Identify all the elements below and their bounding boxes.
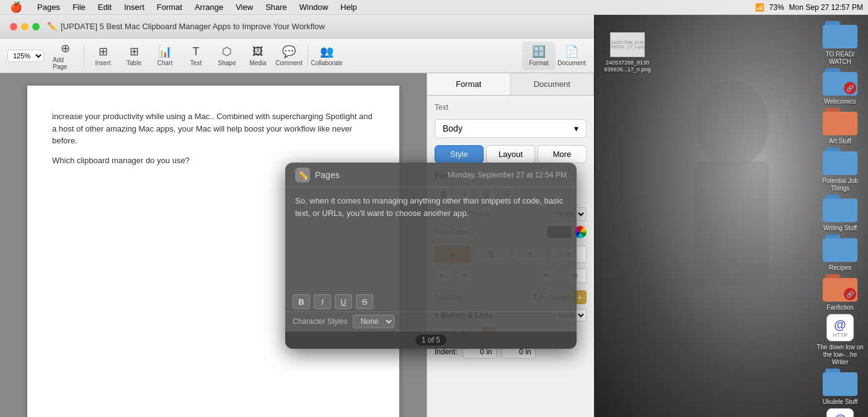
popup-app-icon: ✏️ [295, 168, 310, 182]
folder-badge: 🔗 [844, 82, 856, 94]
fanfiction-label: Fanfiction [826, 304, 853, 312]
desktop-icon-fanfiction[interactable]: 🔗 Fanfiction [815, 274, 865, 312]
collaborate-button[interactable]: 👥 Collaborate [312, 42, 342, 70]
battery-level: 73% [769, 3, 784, 12]
comment-button[interactable]: 💬 Comment [274, 42, 304, 70]
menubar-right: 📶 73% Mon Sep 27 12:57 PM [755, 3, 863, 12]
popup-underline-button[interactable]: U [335, 294, 352, 309]
popup-char-styles-select[interactable]: None [353, 315, 394, 328]
menu-view[interactable]: View [231, 1, 258, 13]
folder-icon-fanfiction: 🔗 [823, 274, 857, 302]
window-title: ✏️ [UPDATE] 5 Best Mac Clipboard Manager… [47, 22, 325, 31]
datetime: Mon Sep 27 12:57 PM [789, 3, 863, 12]
apple-menu[interactable]: 🍎 [5, 0, 27, 14]
svg-point-1 [694, 81, 769, 168]
folder-icon-recipes [823, 235, 857, 262]
popup-app-name: Pages [315, 170, 340, 180]
pages-popup: ✏️ Pages Monday, September 27 at 12:54 P… [285, 163, 577, 349]
menu-share[interactable]: Share [260, 1, 292, 13]
menu-insert[interactable]: Insert [119, 1, 149, 13]
menu-help[interactable]: Help [335, 1, 362, 13]
tab-document[interactable]: Document [511, 73, 595, 95]
desktop-icon-ukulele-stuff[interactable]: Ukulele Stuff [815, 369, 865, 406]
add-page-button[interactable]: ⊕ Add Page [50, 42, 80, 70]
text-button[interactable]: T Text [181, 42, 211, 70]
folder-icon-potential-job-things [823, 148, 857, 175]
document-panel-button[interactable]: 📄 Document [557, 42, 587, 70]
style-dropdown[interactable]: Body ▾ [435, 119, 587, 138]
close-button[interactable] [10, 23, 17, 30]
shape-button[interactable]: ⬡ Shape [212, 42, 242, 70]
menu-pages[interactable]: Pages [32, 1, 65, 13]
folder-badge: 🔗 [844, 288, 856, 300]
art-stuff-label: Art Stuff [829, 138, 851, 145]
chart-button[interactable]: 📊 Chart [150, 42, 180, 70]
menu-edit[interactable]: Edit [93, 1, 117, 13]
down-low-writer-label: The down low on the low-...he Writer [817, 344, 864, 366]
desktop-icon-writing-stuff[interactable]: Writing Stuff [815, 195, 865, 232]
shape-icon: ⬡ [222, 45, 232, 58]
panel-tabs: Format Document [427, 73, 594, 96]
folder-icon-to-read-watch [823, 21, 857, 48]
menu-format[interactable]: Format [152, 1, 187, 13]
to-read-watch-label: TO READ/WATCH [825, 51, 854, 66]
folder-body [823, 151, 857, 175]
folder-body [823, 199, 857, 222]
table-button[interactable]: ⊞ Table [119, 42, 149, 70]
desktop-icon-awp-guide[interactable]: @ HTTP AWP- Guide to Writing Programs [815, 408, 865, 417]
insert-icon: ⊞ [99, 45, 108, 58]
ukulele-stuff-label: Ukulele Stuff [823, 398, 858, 406]
media-icon: 🖼 [252, 45, 264, 58]
layout-tab-button[interactable]: Layout [486, 145, 535, 163]
text-icon: T [193, 45, 200, 58]
svg-rect-2 [694, 161, 769, 285]
desktop-icons-right: TO READ/WATCH 🔗 Webcomics Art Stuff [812, 19, 868, 417]
popup-bold-button[interactable]: B [293, 294, 310, 309]
format-panel-button[interactable]: 🔡 Format [522, 42, 556, 70]
menu-arrange[interactable]: Arrange [190, 1, 228, 13]
http-icon-awp-guide: @ HTTP [826, 408, 854, 417]
desktop-icon-down-low-writer[interactable]: @ HTTP The down low on the low-...he Wri… [815, 314, 865, 366]
doc-icon: ✏️ [47, 22, 57, 31]
folder-body [823, 25, 857, 48]
folder-icon-writing-stuff [823, 195, 857, 222]
desktop-icon-webcomics[interactable]: 🔗 Webcomics [815, 68, 865, 105]
folder-icon-art-stuff [823, 108, 857, 135]
webcomics-label: Webcomics [824, 98, 856, 105]
menu-file[interactable]: File [68, 1, 91, 13]
insert-button[interactable]: ⊞ Insert [88, 42, 118, 70]
menu-window[interactable]: Window [294, 1, 333, 13]
folder-body [823, 372, 857, 396]
tab-format[interactable]: Format [427, 73, 511, 95]
add-page-icon: ⊕ [61, 42, 70, 55]
minimize-button[interactable] [21, 23, 29, 30]
page-indicator: 1 of 5 [415, 334, 446, 346]
desktop-icon-image[interactable]: 240537268_8130 839926...17_n.png 2405372… [603, 32, 652, 73]
media-button[interactable]: 🖼 Media [243, 42, 273, 70]
desktop-icon-to-read-watch[interactable]: TO READ/WATCH [815, 21, 865, 66]
more-tab-button[interactable]: More [538, 145, 587, 163]
folder-body [823, 112, 857, 135]
wifi-icon: 📶 [755, 3, 764, 12]
collaborate-icon: 👥 [320, 45, 334, 58]
maximize-button[interactable] [32, 23, 40, 30]
popup-title-bar: ✏️ Pages Monday, September 27 at 12:54 P… [285, 163, 577, 187]
desktop-icon-art-stuff[interactable]: Art Stuff [815, 108, 865, 145]
zoom-select[interactable]: 125% 100% 75% [7, 50, 44, 62]
title-bar: ✏️ [UPDATE] 5 Best Mac Clipboard Manager… [0, 15, 594, 38]
toolbar-separator-1 [84, 46, 84, 66]
text-section-title: Text [435, 103, 587, 114]
desktop-icon-potential-job-things[interactable]: Potential JobThings [815, 148, 865, 192]
popup-strikethrough-button[interactable]: S [356, 294, 373, 309]
popup-content: So, when it comes to managing anything o… [285, 187, 577, 292]
folder-icon-webcomics: 🔗 [823, 68, 857, 96]
style-tab-button[interactable]: Style [435, 145, 484, 163]
toolbar: 125% 100% 75% ⊕ Add Page ⊞ Insert ⊞ Tabl… [0, 38, 594, 73]
recipes-label: Recipes [829, 264, 851, 272]
desktop-icon-recipes[interactable]: Recipes [815, 235, 865, 272]
popup-date: Monday, September 27 at 12:54 PM [448, 171, 567, 179]
chart-icon: 📊 [158, 45, 172, 58]
comment-icon: 💬 [282, 45, 296, 58]
traffic-lights [10, 23, 40, 30]
popup-italic-button[interactable]: I [314, 294, 331, 309]
